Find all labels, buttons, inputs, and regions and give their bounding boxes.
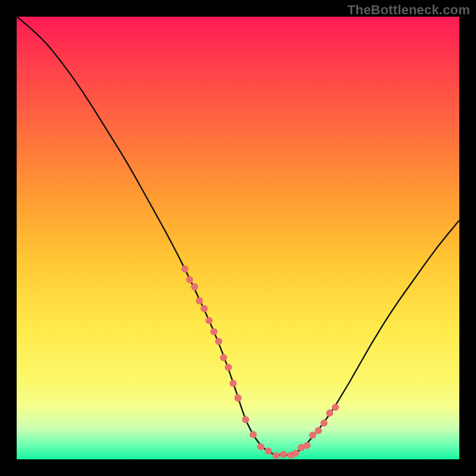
dots-left-cluster [181,265,242,402]
accent-dot [225,364,232,371]
accent-dot [309,431,316,439]
accent-dot [196,298,203,305]
dots-right-cluster [292,404,339,457]
accent-dot [220,354,227,361]
accent-dot [326,409,333,416]
plot-area [17,17,459,459]
accent-dot [201,305,208,312]
accent-dot [303,442,311,449]
watermark-text: TheBottleneck.com [347,2,470,18]
accent-dot [210,328,217,336]
accent-dot [181,265,189,273]
accent-dot [242,416,249,423]
bottleneck-curve [17,17,459,455]
accent-dot [186,276,193,283]
curve-layer [17,17,459,459]
outer-frame: TheBottleneck.com [0,0,476,476]
accent-dot [265,447,272,455]
accent-dot [273,452,280,459]
accent-dot [257,443,264,450]
accent-dot [280,451,287,458]
accent-dot [321,419,328,427]
accent-dot [234,394,242,402]
accent-dot [191,283,198,290]
accent-dot [292,450,299,457]
accent-dot [332,404,339,411]
accent-dot [205,317,212,324]
accent-dot [215,338,223,345]
accent-dot [250,431,257,438]
accent-dot [230,380,237,387]
accent-dot [315,427,322,434]
